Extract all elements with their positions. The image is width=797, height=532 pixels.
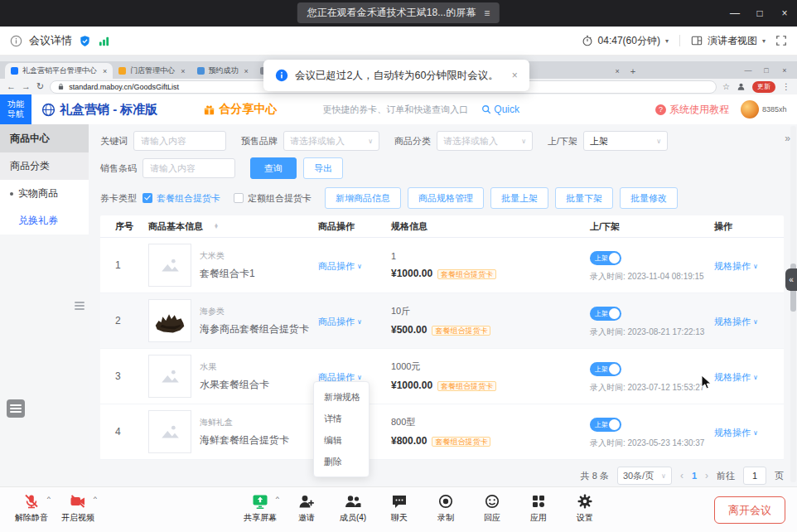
dropdown-item-delete[interactable]: 删除 bbox=[314, 451, 369, 472]
product-action-link[interactable]: 商品操作∨ bbox=[318, 316, 362, 328]
dropdown-item-add-spec[interactable]: 新增规格 bbox=[314, 386, 369, 408]
browser-tab-2[interactable]: 门店管理中心 × bbox=[113, 63, 191, 79]
tab-close-icon[interactable]: × bbox=[244, 67, 249, 75]
browser-minimize-button[interactable]: — bbox=[739, 66, 757, 75]
page-size-select[interactable]: 30条/页 ∨ bbox=[617, 467, 672, 485]
chat-button[interactable]: 聊天 bbox=[376, 491, 423, 524]
tab-close-icon[interactable]: × bbox=[616, 67, 620, 75]
view-mode-selector[interactable]: 演讲者视图 bbox=[708, 34, 757, 48]
browser-tab-1[interactable]: 礼盒营销平台管理中心 × bbox=[5, 63, 113, 79]
browser-menu-icon[interactable]: ⋮ bbox=[782, 82, 790, 91]
sort-icon[interactable]: ▲▼ bbox=[214, 224, 219, 230]
spec-action-link[interactable]: 规格操作∨ bbox=[714, 260, 758, 273]
dropdown-item-edit[interactable]: 编辑 bbox=[314, 429, 369, 451]
spec-action-link[interactable]: 规格操作∨ bbox=[714, 427, 758, 439]
new-tab-button[interactable]: + bbox=[630, 66, 635, 76]
react-button[interactable]: 回应 bbox=[469, 491, 515, 524]
spec-manage-button[interactable]: 商品规格管理 bbox=[408, 187, 484, 209]
network-signal-icon bbox=[98, 35, 110, 47]
share-center-link[interactable]: 合分享中心 bbox=[203, 102, 277, 117]
batch-onshelf-button[interactable]: 批量上架 bbox=[490, 187, 548, 209]
browser-update-badge[interactable]: 更新 bbox=[752, 81, 775, 93]
camera-off-icon bbox=[70, 493, 86, 510]
banner-close-icon[interactable]: × bbox=[512, 70, 518, 81]
sidebar-item-gift-voucher[interactable]: 兑换礼券 bbox=[0, 207, 89, 235]
record-button[interactable]: 录制 bbox=[423, 491, 469, 524]
maximize-button[interactable]: □ bbox=[747, 0, 772, 27]
refresh-icon[interactable]: ↻ bbox=[36, 82, 44, 91]
checkbox-combo-card-label[interactable]: 套餐组合提货卡 bbox=[157, 192, 220, 205]
browser-close-button[interactable]: × bbox=[775, 66, 794, 75]
shelf-select[interactable]: 上架 ∨ bbox=[583, 131, 668, 151]
browser-tab-3[interactable]: 预约成功 × bbox=[191, 63, 254, 79]
prev-page-button[interactable]: ‹ bbox=[680, 470, 683, 481]
chevron-up-icon[interactable]: ^ bbox=[276, 496, 279, 502]
chevron-up-icon[interactable]: ^ bbox=[47, 496, 51, 502]
tutorial-link[interactable]: ? 系统使用教程 bbox=[655, 103, 729, 117]
keyword-input[interactable] bbox=[133, 131, 226, 151]
shelf-toggle[interactable]: 上架 bbox=[590, 418, 621, 432]
brand-select[interactable]: 请选择或输入 ∨ bbox=[283, 131, 379, 151]
unmute-button[interactable]: 解除静音 ^ bbox=[8, 491, 55, 524]
back-icon[interactable]: ← bbox=[7, 82, 16, 91]
meeting-details-link[interactable]: 会议详情 bbox=[29, 33, 72, 48]
checkbox-checked-icon[interactable] bbox=[142, 193, 152, 203]
shelf-toggle[interactable]: 上架 bbox=[590, 362, 621, 376]
browser-maximize-button[interactable]: □ bbox=[757, 66, 775, 75]
fullscreen-icon[interactable] bbox=[775, 35, 787, 46]
barcode-input[interactable] bbox=[142, 158, 235, 178]
tab-close-icon[interactable]: × bbox=[103, 67, 107, 75]
category-select[interactable]: 请选择或输入 ∨ bbox=[437, 131, 533, 151]
settings-button[interactable]: 设置 bbox=[562, 491, 608, 524]
table-row: 3 水果 水果套餐组合卡 商品操作∨ 1000元 ¥1000.00套餐组合提 bbox=[100, 349, 784, 404]
current-page[interactable]: 1 bbox=[692, 471, 697, 481]
start-video-button[interactable]: 开启视频 ^ bbox=[55, 491, 101, 524]
product-action-link[interactable]: 商品操作∨ bbox=[318, 260, 362, 273]
shelf-toggle[interactable]: 上架 bbox=[590, 307, 621, 321]
minimize-button[interactable]: — bbox=[722, 0, 747, 27]
smiley-icon bbox=[484, 493, 500, 510]
quick-search-link[interactable]: Quick bbox=[481, 104, 519, 115]
search-button[interactable]: 查询 bbox=[250, 157, 297, 179]
sidebar-item-physical-goods[interactable]: 实物商品 bbox=[0, 180, 89, 207]
bookmark-star-icon[interactable]: ☆ bbox=[722, 82, 730, 91]
goto-page-input[interactable] bbox=[743, 467, 766, 485]
panel-collapse-icon[interactable]: » bbox=[785, 133, 790, 144]
floating-panel-toggle[interactable] bbox=[7, 399, 25, 418]
checkbox-fixed-card-label[interactable]: 定额组合提货卡 bbox=[248, 192, 312, 205]
members-button[interactable]: 成员(4) bbox=[330, 491, 376, 524]
forward-icon[interactable]: → bbox=[22, 82, 31, 91]
chevron-down-icon[interactable]: ▾ bbox=[665, 37, 669, 45]
add-product-button[interactable]: 新增商品信息 bbox=[325, 187, 401, 209]
apps-button[interactable]: 应用 bbox=[515, 491, 562, 524]
export-button[interactable]: 导出 bbox=[303, 157, 343, 179]
timer-icon bbox=[582, 35, 593, 46]
leave-meeting-button[interactable]: 离开会议 bbox=[714, 496, 785, 524]
invite-button[interactable]: 邀请 bbox=[283, 491, 330, 524]
share-screen-button[interactable]: 共享屏幕 ^ bbox=[237, 491, 283, 524]
function-nav-button[interactable]: 功能导航 bbox=[0, 94, 31, 124]
close-button[interactable]: × bbox=[772, 0, 797, 27]
meeting-notice-banner: 会议已超过2人，自动转为60分钟限时会议。 × bbox=[263, 60, 529, 91]
profile-icon[interactable] bbox=[737, 82, 746, 91]
shield-check-icon[interactable] bbox=[79, 35, 91, 47]
spec-action-link[interactable]: 规格操作∨ bbox=[714, 371, 758, 384]
dropdown-item-details[interactable]: 详情 bbox=[314, 408, 369, 429]
checkbox-unchecked-icon[interactable] bbox=[234, 193, 244, 203]
batch-edit-button[interactable]: 批量修改 bbox=[620, 187, 678, 209]
tab-close-icon[interactable]: × bbox=[181, 67, 185, 75]
meeting-timer[interactable]: 04:47(60分钟) bbox=[598, 34, 660, 48]
batch-offshelf-button[interactable]: 批量下架 bbox=[555, 187, 613, 209]
image-placeholder-icon bbox=[159, 254, 181, 276]
spec-action-link[interactable]: 规格操作∨ bbox=[714, 316, 758, 328]
sidebar-item-category[interactable]: 商品分类 bbox=[0, 152, 89, 180]
next-page-button[interactable]: › bbox=[705, 470, 708, 481]
user-avatar[interactable] bbox=[741, 100, 759, 118]
chevron-down-icon[interactable]: ▾ bbox=[762, 37, 766, 45]
chevron-up-icon[interactable]: ^ bbox=[94, 496, 97, 502]
app-logo[interactable]: 礼盒营销 - 标准版 bbox=[41, 102, 157, 118]
title-menu-icon[interactable]: ≡ bbox=[484, 7, 490, 19]
sidebar-collapse-icon[interactable] bbox=[75, 300, 85, 312]
shelf-toggle[interactable]: 上架 bbox=[590, 251, 621, 265]
collapse-handle-icon[interactable]: « bbox=[785, 268, 797, 291]
